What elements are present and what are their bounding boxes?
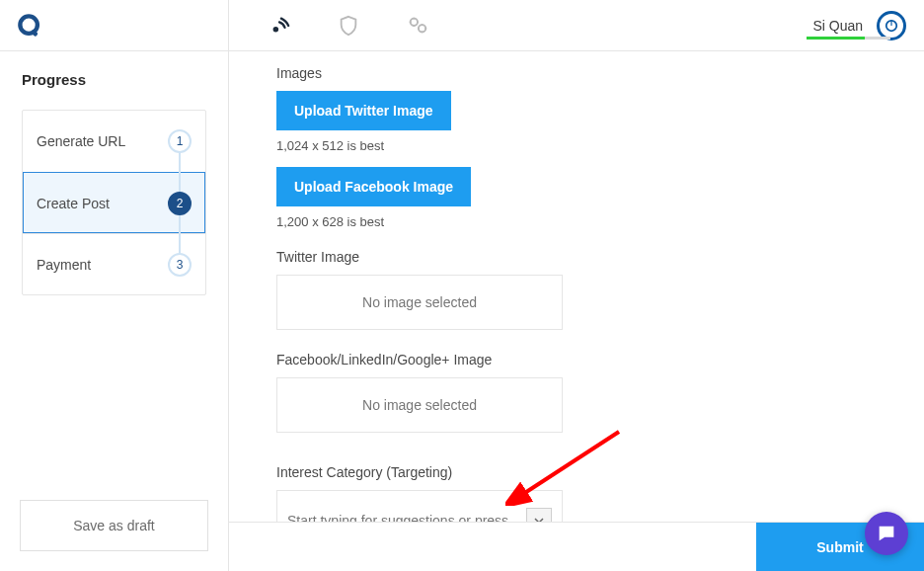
progress-block: Progress Generate URL 1 Create Post 2 Pa… [0, 51, 228, 480]
upload-facebook-image-button[interactable]: Upload Facebook Image [276, 167, 471, 206]
facebook-image-placeholder[interactable]: No image selected [276, 377, 563, 433]
step-payment[interactable]: Payment 3 [23, 233, 205, 294]
facebook-size-hint: 1,200 x 628 is best [276, 214, 885, 229]
twitter-image-placeholder[interactable]: No image selected [276, 275, 563, 330]
svg-point-3 [411, 18, 418, 25]
step-generate-url[interactable]: Generate URL 1 [23, 111, 205, 172]
twitter-image-label: Twitter Image [276, 249, 885, 265]
topbar: Si Quan [229, 0, 924, 51]
user-area: Si Quan [812, 11, 906, 41]
main: Si Quan Images Upload Twitter Image 1,02… [229, 0, 924, 571]
sidebar: Progress Generate URL 1 Create Post 2 Pa… [0, 0, 229, 571]
chat-icon [876, 523, 897, 544]
footer-bar: Submit [229, 522, 924, 571]
user-name[interactable]: Si Quan [812, 18, 863, 34]
interest-category-label: Interest Category (Targeting) [276, 464, 885, 480]
broadcast-icon[interactable] [269, 15, 290, 37]
chat-launcher-button[interactable] [865, 512, 908, 555]
svg-rect-6 [890, 20, 891, 26]
brand-q-icon [16, 12, 43, 40]
step-label: Generate URL [37, 133, 125, 149]
step-number-icon: 1 [168, 129, 192, 153]
upload-twitter-image-button[interactable]: Upload Twitter Image [276, 91, 451, 130]
progress-steps: Generate URL 1 Create Post 2 Payment 3 [22, 110, 206, 295]
step-create-post[interactable]: Create Post 2 [23, 172, 205, 233]
svg-point-2 [273, 26, 279, 31]
form-content: Images Upload Twitter Image 1,024 x 512 … [229, 51, 924, 571]
shield-icon[interactable] [338, 15, 359, 37]
facebook-image-label: Facebook/LinkedIn/Google+ Image [276, 352, 885, 367]
save-as-draft-button[interactable]: Save as draft [20, 500, 208, 551]
progress-title: Progress [22, 71, 206, 88]
step-number-icon: 2 [168, 192, 192, 215]
brand-logo[interactable] [0, 0, 228, 51]
images-heading: Images [276, 65, 885, 81]
step-label: Payment [37, 257, 91, 273]
power-icon [885, 19, 898, 33]
step-label: Create Post [37, 196, 110, 211]
twitter-size-hint: 1,024 x 512 is best [276, 138, 885, 153]
svg-point-4 [419, 25, 425, 32]
settings-icon[interactable] [407, 15, 428, 37]
step-number-icon: 3 [168, 253, 192, 277]
